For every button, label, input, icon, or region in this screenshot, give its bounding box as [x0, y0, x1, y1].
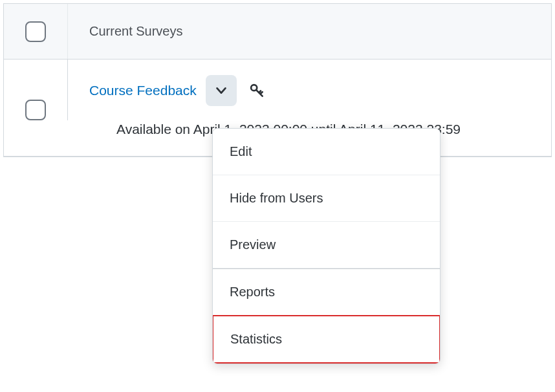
select-all-cell	[4, 4, 68, 59]
survey-title-link[interactable]: Course Feedback	[89, 83, 197, 98]
key-icon-wrap	[248, 82, 265, 99]
key-icon	[248, 82, 265, 99]
actions-dropdown-button[interactable]	[206, 75, 237, 106]
row-checkbox-cell	[4, 60, 68, 120]
actions-dropdown-menu: Edit Hide from Users Preview Reports Sta…	[212, 128, 441, 364]
select-all-checkbox[interactable]	[25, 21, 46, 42]
item-header: Course Feedback	[89, 75, 530, 106]
chevron-down-icon	[214, 83, 228, 98]
table-header-row: Current Surveys	[4, 4, 551, 60]
menu-item-hide[interactable]: Hide from Users	[213, 175, 440, 222]
row-checkbox[interactable]	[25, 100, 46, 120]
menu-item-statistics[interactable]: Statistics	[212, 315, 441, 364]
menu-item-reports[interactable]: Reports	[213, 268, 440, 316]
menu-item-preview[interactable]: Preview	[213, 222, 440, 268]
menu-item-edit[interactable]: Edit	[213, 129, 440, 175]
column-header-title: Current Surveys	[68, 24, 183, 39]
